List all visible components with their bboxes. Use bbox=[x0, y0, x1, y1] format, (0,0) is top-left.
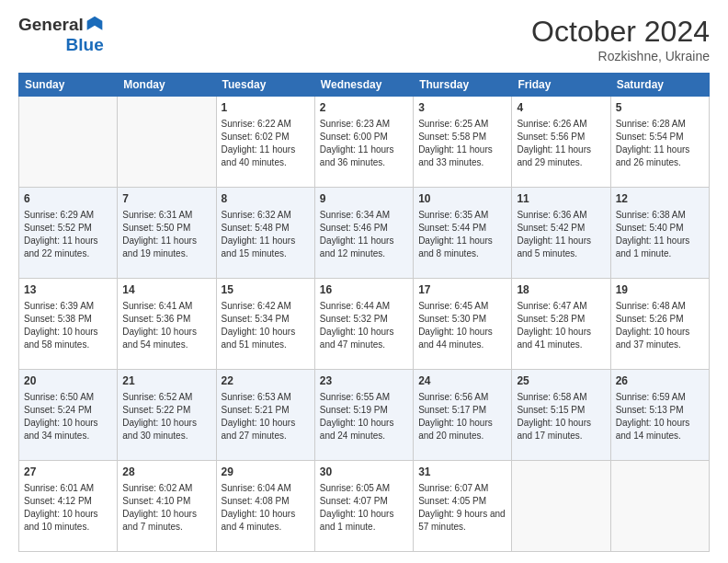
col-thursday: Thursday bbox=[414, 74, 512, 97]
page: General Blue October 2024 Rozkishne, Ukr… bbox=[0, 0, 728, 563]
sunset-text: Sunset: 6:02 PM bbox=[222, 131, 310, 144]
sunrise-text: Sunrise: 6:55 AM bbox=[320, 391, 408, 404]
sunset-text: Sunset: 5:17 PM bbox=[418, 404, 506, 417]
day-number: 17 bbox=[418, 282, 506, 298]
calendar-cell: 22Sunrise: 6:53 AMSunset: 5:21 PMDayligh… bbox=[216, 370, 314, 461]
calendar-cell: 5Sunrise: 6:28 AMSunset: 5:54 PMDaylight… bbox=[610, 97, 709, 188]
sunset-text: Sunset: 5:26 PM bbox=[616, 313, 704, 326]
daylight-text: Daylight: 10 hours and 24 minutes. bbox=[320, 417, 408, 442]
sunrise-text: Sunrise: 6:29 AM bbox=[24, 209, 112, 222]
sunrise-text: Sunrise: 6:07 AM bbox=[418, 482, 506, 495]
day-number: 12 bbox=[616, 191, 704, 207]
sunrise-text: Sunrise: 6:32 AM bbox=[222, 209, 310, 222]
daylight-text: Daylight: 10 hours and 10 minutes. bbox=[24, 508, 112, 534]
day-number: 26 bbox=[616, 373, 704, 389]
daylight-text: Daylight: 10 hours and 4 minutes. bbox=[222, 508, 310, 534]
day-number: 13 bbox=[24, 282, 112, 298]
sunset-text: Sunset: 5:42 PM bbox=[517, 222, 605, 235]
calendar-cell: 20Sunrise: 6:50 AMSunset: 5:24 PMDayligh… bbox=[19, 370, 118, 461]
sunset-text: Sunset: 5:56 PM bbox=[517, 131, 605, 144]
day-number: 25 bbox=[517, 373, 605, 389]
day-number: 3 bbox=[418, 100, 506, 116]
sunrise-text: Sunrise: 6:56 AM bbox=[418, 391, 506, 404]
daylight-text: Daylight: 10 hours and 34 minutes. bbox=[24, 417, 112, 442]
calendar-cell bbox=[512, 461, 610, 552]
sunset-text: Sunset: 5:52 PM bbox=[24, 222, 112, 235]
daylight-text: Daylight: 10 hours and 54 minutes. bbox=[122, 326, 210, 351]
calendar-cell: 30Sunrise: 6:05 AMSunset: 4:07 PMDayligh… bbox=[314, 461, 413, 552]
sunrise-text: Sunrise: 6:01 AM bbox=[24, 482, 112, 495]
sunrise-text: Sunrise: 6:34 AM bbox=[320, 209, 408, 222]
daylight-text: Daylight: 10 hours and 14 minutes. bbox=[616, 417, 704, 442]
sunrise-text: Sunrise: 6:05 AM bbox=[320, 482, 408, 495]
daylight-text: Daylight: 11 hours and 26 minutes. bbox=[616, 144, 704, 169]
daylight-text: Daylight: 10 hours and 7 minutes. bbox=[122, 508, 210, 534]
daylight-text: Daylight: 10 hours and 20 minutes. bbox=[418, 417, 506, 442]
daylight-text: Daylight: 11 hours and 36 minutes. bbox=[320, 144, 408, 169]
day-number: 19 bbox=[616, 282, 704, 298]
day-number: 9 bbox=[320, 191, 408, 207]
sunset-text: Sunset: 5:24 PM bbox=[24, 404, 112, 417]
calendar-cell: 21Sunrise: 6:52 AMSunset: 5:22 PMDayligh… bbox=[118, 370, 216, 461]
calendar-cell bbox=[19, 97, 118, 188]
calendar-cell: 7Sunrise: 6:31 AMSunset: 5:50 PMDaylight… bbox=[118, 188, 216, 279]
logo-icon bbox=[85, 15, 104, 33]
sunset-text: Sunset: 5:46 PM bbox=[320, 222, 408, 235]
col-tuesday: Tuesday bbox=[216, 74, 314, 97]
day-number: 2 bbox=[320, 100, 408, 116]
sunset-text: Sunset: 5:50 PM bbox=[122, 222, 210, 235]
calendar-cell: 16Sunrise: 6:44 AMSunset: 5:32 PMDayligh… bbox=[314, 279, 413, 370]
daylight-text: Daylight: 10 hours and 37 minutes. bbox=[616, 326, 704, 351]
sunset-text: Sunset: 5:30 PM bbox=[418, 313, 506, 326]
logo-blue: Blue bbox=[66, 35, 104, 55]
sunrise-text: Sunrise: 6:50 AM bbox=[24, 391, 112, 404]
logo-general: General bbox=[18, 15, 84, 35]
day-number: 27 bbox=[24, 465, 112, 480]
sunrise-text: Sunrise: 6:52 AM bbox=[122, 391, 210, 404]
calendar-cell: 13Sunrise: 6:39 AMSunset: 5:38 PMDayligh… bbox=[19, 279, 118, 370]
calendar-cell: 6Sunrise: 6:29 AMSunset: 5:52 PMDaylight… bbox=[19, 188, 118, 279]
day-number: 10 bbox=[418, 191, 506, 207]
sunset-text: Sunset: 5:15 PM bbox=[517, 404, 605, 417]
daylight-text: Daylight: 11 hours and 12 minutes. bbox=[320, 235, 408, 260]
day-number: 7 bbox=[122, 191, 210, 207]
day-number: 23 bbox=[320, 373, 408, 389]
calendar-cell: 1Sunrise: 6:22 AMSunset: 6:02 PMDaylight… bbox=[216, 97, 314, 188]
sunrise-text: Sunrise: 6:44 AM bbox=[320, 300, 408, 313]
sunrise-text: Sunrise: 6:42 AM bbox=[222, 300, 310, 313]
sunset-text: Sunset: 5:13 PM bbox=[616, 404, 704, 417]
daylight-text: Daylight: 10 hours and 51 minutes. bbox=[222, 326, 310, 351]
calendar-cell: 4Sunrise: 6:26 AMSunset: 5:56 PMDaylight… bbox=[512, 97, 610, 188]
calendar-cell: 2Sunrise: 6:23 AMSunset: 6:00 PMDaylight… bbox=[314, 97, 413, 188]
day-number: 8 bbox=[222, 191, 310, 207]
sunrise-text: Sunrise: 6:59 AM bbox=[616, 391, 704, 404]
sunrise-text: Sunrise: 6:45 AM bbox=[418, 300, 506, 313]
day-number: 30 bbox=[320, 465, 408, 480]
daylight-text: Daylight: 11 hours and 19 minutes. bbox=[122, 235, 210, 260]
sunset-text: Sunset: 5:28 PM bbox=[517, 313, 605, 326]
sunrise-text: Sunrise: 6:58 AM bbox=[517, 391, 605, 404]
day-number: 5 bbox=[616, 100, 704, 116]
header-row: Sunday Monday Tuesday Wednesday Thursday… bbox=[19, 74, 710, 97]
calendar-cell bbox=[610, 461, 709, 552]
sunset-text: Sunset: 5:54 PM bbox=[616, 131, 704, 144]
day-number: 18 bbox=[517, 282, 605, 298]
daylight-text: Daylight: 10 hours and 17 minutes. bbox=[517, 417, 605, 442]
daylight-text: Daylight: 11 hours and 1 minute. bbox=[616, 235, 704, 260]
daylight-text: Daylight: 11 hours and 33 minutes. bbox=[418, 144, 506, 169]
sunset-text: Sunset: 5:34 PM bbox=[222, 313, 310, 326]
calendar-week-2: 6Sunrise: 6:29 AMSunset: 5:52 PMDaylight… bbox=[19, 188, 710, 279]
daylight-text: Daylight: 10 hours and 27 minutes. bbox=[222, 417, 310, 442]
col-friday: Friday bbox=[512, 74, 610, 97]
sunrise-text: Sunrise: 6:02 AM bbox=[122, 482, 210, 495]
daylight-text: Daylight: 10 hours and 47 minutes. bbox=[320, 326, 408, 351]
sunset-text: Sunset: 5:36 PM bbox=[122, 313, 210, 326]
sunset-text: Sunset: 4:10 PM bbox=[122, 495, 210, 508]
calendar-week-3: 13Sunrise: 6:39 AMSunset: 5:38 PMDayligh… bbox=[19, 279, 710, 370]
day-number: 4 bbox=[517, 100, 605, 116]
col-monday: Monday bbox=[118, 74, 216, 97]
sunset-text: Sunset: 5:21 PM bbox=[222, 404, 310, 417]
sunrise-text: Sunrise: 6:38 AM bbox=[616, 209, 704, 222]
calendar-cell: 25Sunrise: 6:58 AMSunset: 5:15 PMDayligh… bbox=[512, 370, 610, 461]
daylight-text: Daylight: 10 hours and 1 minute. bbox=[320, 508, 408, 534]
